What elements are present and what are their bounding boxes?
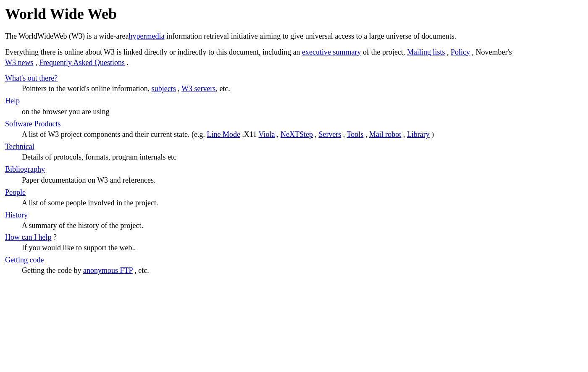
history-link[interactable]: History — [5, 210, 583, 220]
whats-out-there-desc: Pointers to the world's online informati… — [22, 84, 583, 94]
nextstep-link[interactable]: NeXTStep — [281, 130, 313, 139]
section-whats-out-there: What's out there? Pointers to the world'… — [5, 73, 583, 94]
intro-paragraph-1: The WorldWideWeb (W3) is a wide-areahype… — [5, 31, 583, 42]
w3-servers-link[interactable]: W3 servers — [181, 84, 215, 93]
anonymous-ftp-link[interactable]: anonymous FTP — [83, 266, 133, 275]
section-software-products: Software Products A list of W3 project c… — [5, 119, 583, 140]
section-history: History A summary of the history of the … — [5, 210, 583, 231]
viola-link[interactable]: Viola — [259, 130, 275, 139]
technical-link[interactable]: Technical — [5, 141, 583, 152]
intro1-text: The WorldWideWeb (W3) is a wide-area — [5, 32, 129, 40]
technical-desc: Details of protocols, formats, program i… — [22, 152, 583, 162]
history-desc: A summary of the history of the project. — [22, 220, 583, 231]
how-can-i-help-desc: If you would like to support the web.. — [22, 243, 583, 253]
help-link[interactable]: Help — [5, 96, 583, 106]
page-title: World Wide Web — [5, 3, 583, 24]
getting-code-desc: Getting the code by anonymous FTP , etc. — [22, 265, 583, 276]
faq-link[interactable]: Frequently Asked Questions — [39, 58, 125, 67]
section-how-can-i-help: How can I help ? If you would like to su… — [5, 232, 583, 253]
intro2-start: Everything there is online about W3 is l… — [5, 48, 300, 56]
section-people: People A list of some people involved in… — [5, 187, 583, 208]
intro1-rest: information retrieval initiative aiming … — [164, 32, 456, 40]
tools-link[interactable]: Tools — [347, 130, 364, 139]
mail-robot-link[interactable]: Mail robot — [369, 130, 402, 139]
bibliography-link[interactable]: Bibliography — [5, 164, 583, 175]
w3-news-link[interactable]: W3 news — [5, 58, 33, 67]
policy-link[interactable]: Policy — [451, 48, 470, 56]
whats-out-there-link[interactable]: What's out there? — [5, 73, 583, 84]
software-products-desc: A list of W3 project components and thei… — [22, 129, 583, 140]
hypermedia-link[interactable]: hypermedia — [129, 32, 164, 40]
how-can-i-help-suffix: ? — [51, 233, 57, 241]
mailing-lists-link[interactable]: Mailing lists — [407, 48, 445, 56]
bibliography-desc: Paper documentation on W3 and references… — [22, 175, 583, 186]
section-bibliography: Bibliography Paper documentation on W3 a… — [5, 164, 583, 185]
subjects-link[interactable]: subjects — [152, 84, 176, 93]
section-help: Help on the browser you are using — [5, 96, 583, 117]
help-desc: on the browser you are using — [22, 107, 583, 117]
people-desc: A list of some people involved in the pr… — [22, 198, 583, 208]
section-getting-code: Getting code Getting the code by anonymo… — [5, 255, 583, 276]
how-can-i-help-link[interactable]: How can I help — [5, 233, 51, 241]
servers-link[interactable]: Servers — [318, 130, 341, 139]
line-mode-link[interactable]: Line Mode — [207, 130, 240, 139]
library-link[interactable]: Library — [407, 130, 430, 139]
section-technical: Technical Details of protocols, formats,… — [5, 141, 583, 162]
getting-code-link[interactable]: Getting code — [5, 255, 583, 265]
intro-paragraph-2: Everything there is online about W3 is l… — [5, 47, 583, 68]
software-products-link[interactable]: Software Products — [5, 119, 583, 129]
people-link[interactable]: People — [5, 187, 583, 198]
executive-summary-link[interactable]: executive summary — [302, 48, 361, 56]
